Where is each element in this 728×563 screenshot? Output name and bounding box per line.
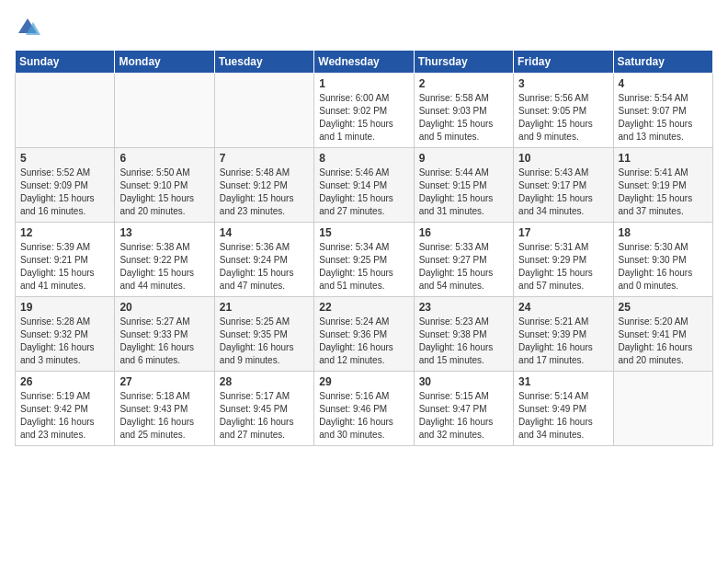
day-cell: 26Sunrise: 5:19 AM Sunset: 9:42 PM Dayli… — [16, 372, 115, 446]
day-number: 24 — [518, 301, 608, 314]
day-cell — [613, 372, 712, 446]
day-info: Sunrise: 5:16 AM Sunset: 9:46 PM Dayligh… — [319, 390, 408, 442]
day-number: 23 — [419, 301, 508, 314]
day-info: Sunrise: 5:34 AM Sunset: 9:25 PM Dayligh… — [319, 241, 408, 293]
col-header-thursday: Thursday — [414, 51, 513, 74]
day-cell: 8Sunrise: 5:46 AM Sunset: 9:14 PM Daylig… — [314, 148, 414, 223]
day-info: Sunrise: 5:50 AM Sunset: 9:10 PM Dayligh… — [119, 167, 209, 218]
day-number: 5 — [20, 152, 109, 165]
day-cell — [115, 74, 214, 148]
day-number: 14 — [220, 226, 309, 239]
day-info: Sunrise: 5:44 AM Sunset: 9:15 PM Dayligh… — [419, 167, 508, 218]
day-info: Sunrise: 5:48 AM Sunset: 9:12 PM Dayligh… — [220, 167, 309, 218]
day-cell: 7Sunrise: 5:48 AM Sunset: 9:12 PM Daylig… — [214, 148, 313, 223]
day-number: 17 — [518, 226, 608, 239]
day-cell: 13Sunrise: 5:38 AM Sunset: 9:22 PM Dayli… — [115, 223, 214, 297]
day-cell: 1Sunrise: 6:00 AM Sunset: 9:02 PM Daylig… — [314, 74, 414, 148]
day-number: 4 — [619, 77, 708, 90]
day-number: 30 — [419, 375, 508, 388]
col-header-friday: Friday — [514, 51, 613, 74]
day-cell: 5Sunrise: 5:52 AM Sunset: 9:09 PM Daylig… — [16, 148, 115, 223]
day-cell: 19Sunrise: 5:28 AM Sunset: 9:32 PM Dayli… — [16, 297, 115, 372]
day-info: Sunrise: 5:18 AM Sunset: 9:43 PM Dayligh… — [119, 390, 209, 442]
day-cell: 24Sunrise: 5:21 AM Sunset: 9:39 PM Dayli… — [514, 297, 613, 372]
day-number: 19 — [20, 301, 109, 314]
week-row-1: 1Sunrise: 6:00 AM Sunset: 9:02 PM Daylig… — [16, 74, 713, 148]
day-cell: 25Sunrise: 5:20 AM Sunset: 9:41 PM Dayli… — [613, 297, 712, 372]
day-number: 8 — [319, 152, 408, 165]
page-header — [15, 15, 713, 40]
logo — [15, 15, 44, 40]
day-number: 11 — [619, 152, 708, 165]
day-cell: 18Sunrise: 5:30 AM Sunset: 9:30 PM Dayli… — [613, 223, 712, 297]
day-number: 9 — [419, 152, 508, 165]
col-header-wednesday: Wednesday — [314, 51, 414, 74]
day-cell: 6Sunrise: 5:50 AM Sunset: 9:10 PM Daylig… — [115, 148, 214, 223]
day-cell: 12Sunrise: 5:39 AM Sunset: 9:21 PM Dayli… — [16, 223, 115, 297]
day-info: Sunrise: 5:39 AM Sunset: 9:21 PM Dayligh… — [20, 241, 109, 293]
day-number: 29 — [319, 375, 408, 388]
day-cell: 28Sunrise: 5:17 AM Sunset: 9:45 PM Dayli… — [214, 372, 313, 446]
day-cell: 29Sunrise: 5:16 AM Sunset: 9:46 PM Dayli… — [314, 372, 414, 446]
day-cell: 17Sunrise: 5:31 AM Sunset: 9:29 PM Dayli… — [514, 223, 613, 297]
day-cell — [16, 74, 115, 148]
day-info: Sunrise: 5:17 AM Sunset: 9:45 PM Dayligh… — [220, 390, 309, 442]
day-cell: 9Sunrise: 5:44 AM Sunset: 9:15 PM Daylig… — [414, 148, 513, 223]
day-info: Sunrise: 5:24 AM Sunset: 9:36 PM Dayligh… — [319, 316, 408, 367]
day-number: 31 — [518, 375, 608, 388]
day-info: Sunrise: 5:20 AM Sunset: 9:41 PM Dayligh… — [619, 316, 708, 367]
day-cell: 11Sunrise: 5:41 AM Sunset: 9:19 PM Dayli… — [613, 148, 712, 223]
day-number: 7 — [220, 152, 309, 165]
day-info: Sunrise: 5:23 AM Sunset: 9:38 PM Dayligh… — [419, 316, 508, 367]
day-cell: 20Sunrise: 5:27 AM Sunset: 9:33 PM Dayli… — [115, 297, 214, 372]
day-cell: 31Sunrise: 5:14 AM Sunset: 9:49 PM Dayli… — [514, 372, 613, 446]
logo-icon — [15, 15, 40, 40]
day-info: Sunrise: 5:41 AM Sunset: 9:19 PM Dayligh… — [619, 167, 708, 218]
day-number: 18 — [619, 226, 708, 239]
day-cell: 10Sunrise: 5:43 AM Sunset: 9:17 PM Dayli… — [514, 148, 613, 223]
day-info: Sunrise: 5:30 AM Sunset: 9:30 PM Dayligh… — [619, 241, 708, 293]
day-number: 15 — [319, 226, 408, 239]
col-header-tuesday: Tuesday — [214, 51, 313, 74]
day-info: Sunrise: 5:31 AM Sunset: 9:29 PM Dayligh… — [518, 241, 608, 293]
day-cell: 2Sunrise: 5:58 AM Sunset: 9:03 PM Daylig… — [414, 74, 513, 148]
week-row-3: 12Sunrise: 5:39 AM Sunset: 9:21 PM Dayli… — [16, 223, 713, 297]
day-cell: 4Sunrise: 5:54 AM Sunset: 9:07 PM Daylig… — [613, 74, 712, 148]
day-cell: 14Sunrise: 5:36 AM Sunset: 9:24 PM Dayli… — [214, 223, 313, 297]
day-info: Sunrise: 5:58 AM Sunset: 9:03 PM Dayligh… — [419, 92, 508, 144]
day-cell: 27Sunrise: 5:18 AM Sunset: 9:43 PM Dayli… — [115, 372, 214, 446]
day-info: Sunrise: 5:15 AM Sunset: 9:47 PM Dayligh… — [419, 390, 508, 442]
day-number: 6 — [119, 152, 209, 165]
day-number: 20 — [119, 301, 209, 314]
day-info: Sunrise: 5:14 AM Sunset: 9:49 PM Dayligh… — [518, 390, 608, 442]
day-info: Sunrise: 5:33 AM Sunset: 9:27 PM Dayligh… — [419, 241, 508, 293]
day-info: Sunrise: 5:38 AM Sunset: 9:22 PM Dayligh… — [119, 241, 209, 293]
week-row-2: 5Sunrise: 5:52 AM Sunset: 9:09 PM Daylig… — [16, 148, 713, 223]
day-cell: 15Sunrise: 5:34 AM Sunset: 9:25 PM Dayli… — [314, 223, 414, 297]
week-row-4: 19Sunrise: 5:28 AM Sunset: 9:32 PM Dayli… — [16, 297, 713, 372]
day-info: Sunrise: 5:28 AM Sunset: 9:32 PM Dayligh… — [20, 316, 109, 367]
day-info: Sunrise: 5:54 AM Sunset: 9:07 PM Dayligh… — [619, 92, 708, 144]
day-cell — [214, 74, 313, 148]
day-cell: 30Sunrise: 5:15 AM Sunset: 9:47 PM Dayli… — [414, 372, 513, 446]
day-info: Sunrise: 5:19 AM Sunset: 9:42 PM Dayligh… — [20, 390, 109, 442]
day-number: 16 — [419, 226, 508, 239]
col-header-saturday: Saturday — [613, 51, 712, 74]
col-header-sunday: Sunday — [16, 51, 115, 74]
day-info: Sunrise: 5:27 AM Sunset: 9:33 PM Dayligh… — [119, 316, 209, 367]
week-row-5: 26Sunrise: 5:19 AM Sunset: 9:42 PM Dayli… — [16, 372, 713, 446]
day-info: Sunrise: 5:36 AM Sunset: 9:24 PM Dayligh… — [220, 241, 309, 293]
col-header-monday: Monday — [115, 51, 214, 74]
day-number: 12 — [20, 226, 109, 239]
day-info: Sunrise: 5:46 AM Sunset: 9:14 PM Dayligh… — [319, 167, 408, 218]
day-number: 1 — [319, 77, 408, 90]
header-row: SundayMondayTuesdayWednesdayThursdayFrid… — [16, 51, 713, 74]
day-info: Sunrise: 5:21 AM Sunset: 9:39 PM Dayligh… — [518, 316, 608, 367]
day-info: Sunrise: 5:25 AM Sunset: 9:35 PM Dayligh… — [220, 316, 309, 367]
day-cell: 21Sunrise: 5:25 AM Sunset: 9:35 PM Dayli… — [214, 297, 313, 372]
day-cell: 22Sunrise: 5:24 AM Sunset: 9:36 PM Dayli… — [314, 297, 414, 372]
day-number: 10 — [518, 152, 608, 165]
day-number: 21 — [220, 301, 309, 314]
day-info: Sunrise: 5:56 AM Sunset: 9:05 PM Dayligh… — [518, 92, 608, 144]
day-cell: 16Sunrise: 5:33 AM Sunset: 9:27 PM Dayli… — [414, 223, 513, 297]
